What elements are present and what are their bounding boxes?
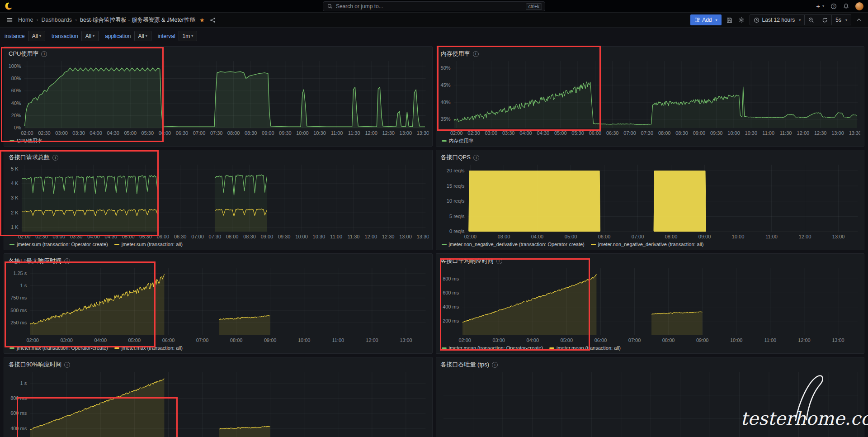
svg-text:35%: 35% <box>440 116 450 122</box>
help-icon[interactable]: ? <box>830 3 837 10</box>
panel-add-icon <box>694 17 700 23</box>
svg-text:45%: 45% <box>440 82 450 88</box>
svg-text:10:30: 10:30 <box>313 130 326 136</box>
info-icon[interactable]: i <box>492 362 498 368</box>
svg-text:100%: 100% <box>9 63 21 69</box>
panel-chart[interactable]: 100%80%60%40%20%0%02:0002:3003:0003:3004… <box>8 58 429 137</box>
svg-text:09:00: 09:00 <box>261 234 274 239</box>
chevron-up-icon[interactable] <box>855 16 863 24</box>
svg-text:06:00: 06:00 <box>162 337 175 343</box>
panel-title[interactable]: 各接口请求总数 <box>9 153 50 162</box>
breadcrumb-item[interactable]: best-综合监控看板 - 服务器资源 & JMeter性能 <box>80 16 195 24</box>
variable-dropdown[interactable]: All▾ <box>28 31 45 41</box>
variable-dropdown[interactable]: All▾ <box>81 31 99 41</box>
panel-header: CPU使用率 i <box>8 49 429 58</box>
breadcrumb-item[interactable]: Dashboards <box>42 17 72 23</box>
svg-text:12:00: 12:00 <box>365 234 377 239</box>
info-icon[interactable]: i <box>41 51 47 57</box>
gear-icon[interactable] <box>737 16 745 24</box>
variable-picker: interval1m▾ <box>158 31 197 41</box>
bell-icon[interactable] <box>843 3 849 9</box>
refresh-button[interactable] <box>818 15 831 25</box>
variable-label[interactable]: instance <box>5 33 25 39</box>
svg-text:12:30: 12:30 <box>382 130 395 136</box>
panel-title[interactable]: 各接口90%响应时间 <box>9 361 61 369</box>
grafana-logo-icon[interactable] <box>5 2 13 10</box>
zoom-out-button[interactable] <box>804 15 818 25</box>
panel-chart[interactable]: 1 s800 ms600 ms400 ms200 ms02:0003:0004:… <box>8 369 429 437</box>
panel-legend: jmeter.max (transaction: Operator-create… <box>8 344 429 352</box>
breadcrumb: Home›Dashboards›best-综合监控看板 - 服务器资源 & JM… <box>18 16 195 24</box>
svg-text:02:30: 02:30 <box>38 130 51 136</box>
variable-label[interactable]: interval <box>158 33 175 39</box>
variable-dropdown[interactable]: 1m▾ <box>179 31 198 41</box>
svg-text:03:30: 03:30 <box>70 234 83 239</box>
svg-text:07:30: 07:30 <box>210 130 223 136</box>
svg-text:800 ms: 800 ms <box>10 395 27 401</box>
legend-item[interactable]: jmeter.max (transaction: all) <box>114 345 183 351</box>
legend-item[interactable]: jmeter.sum (transaction: all) <box>114 242 183 247</box>
share-icon[interactable] <box>209 16 217 24</box>
time-range-picker[interactable]: Last 12 hours▾ <box>750 15 805 25</box>
panel-title[interactable]: 各接口最大响应时间 <box>9 257 61 265</box>
breadcrumb-item[interactable]: Home <box>18 17 33 23</box>
legend-item[interactable]: jmeter.max (transaction: Operator-create… <box>9 345 108 351</box>
svg-text:400 ms: 400 ms <box>10 426 27 431</box>
svg-text:1.25 s: 1.25 s <box>13 271 27 276</box>
legend-item[interactable]: jmeter.non_negative_derivative (transact… <box>591 242 704 247</box>
legend-item[interactable]: 内存使用率 <box>442 138 474 144</box>
panel-title[interactable]: 各接口QPS <box>441 153 471 162</box>
svg-text:10 req/s: 10 req/s <box>446 198 464 204</box>
add-button[interactable]: Add▾ <box>690 14 721 25</box>
info-icon[interactable]: i <box>64 258 70 264</box>
info-icon[interactable]: i <box>64 362 70 368</box>
refresh-interval-picker[interactable]: 5s▾ <box>831 15 851 25</box>
panel-title[interactable]: 各接口吞吐量 (tps) <box>441 361 490 369</box>
save-icon[interactable] <box>726 16 733 24</box>
svg-text:08:00: 08:00 <box>226 234 238 239</box>
panel-chart[interactable] <box>440 369 861 437</box>
panel-title[interactable]: CPU使用率 <box>9 50 38 58</box>
legend-item[interactable]: jmeter.sum (transaction: Operator-create… <box>9 242 108 247</box>
info-icon[interactable]: i <box>473 155 479 161</box>
svg-text:4 K: 4 K <box>11 180 19 186</box>
variable-dropdown[interactable]: All▾ <box>134 31 151 41</box>
new-plus-button[interactable]: +▾ <box>816 3 824 10</box>
legend-item[interactable]: jmeter.mean (transaction: Operator-creat… <box>442 345 543 351</box>
svg-text:05:00: 05:00 <box>124 130 137 136</box>
variable-label[interactable]: application <box>105 33 131 39</box>
svg-text:07:00: 07:00 <box>193 130 206 136</box>
svg-text:400 ms: 400 ms <box>443 304 459 309</box>
legend-swatch <box>9 140 14 142</box>
info-icon[interactable]: i <box>52 155 58 161</box>
legend-item[interactable]: jmeter.non_negative_derivative (transact… <box>442 242 585 247</box>
legend-item[interactable]: jmeter.mean (transaction: all) <box>549 345 621 351</box>
svg-text:11:00: 11:00 <box>330 234 342 239</box>
star-icon[interactable]: ★ <box>199 17 205 24</box>
svg-text:04:00: 04:00 <box>94 337 107 343</box>
svg-text:08:30: 08:30 <box>243 234 256 239</box>
dashboard-panel: 内存使用率 i 50%45%40%35%02:0002:3003:0003:30… <box>436 46 865 147</box>
svg-text:11:00: 11:00 <box>332 337 344 343</box>
panel-title[interactable]: 内存使用率 <box>441 50 470 58</box>
svg-text:05:00: 05:00 <box>560 337 573 343</box>
panel-title[interactable]: 各接口平均响应时间 <box>441 257 494 265</box>
panel-chart[interactable]: 800 ms600 ms400 ms200 ms02:0003:0004:000… <box>440 266 861 344</box>
svg-text:40%: 40% <box>11 100 21 106</box>
svg-text:13:30: 13:30 <box>417 130 429 136</box>
panel-header: 各接口吞吐量 (tps) i <box>440 360 861 369</box>
panel-chart[interactable]: 50%45%40%35%02:0002:3003:0003:3004:0004:… <box>440 58 861 137</box>
keyboard-shortcut: ctrl+k <box>526 3 542 10</box>
svg-text:06:30: 06:30 <box>606 130 618 136</box>
svg-text:12:30: 12:30 <box>814 130 826 136</box>
legend-item[interactable]: CPU使用率 <box>9 138 42 144</box>
panel-chart[interactable]: 20 req/s15 req/s10 req/s5 req/s0 req/s02… <box>440 162 861 241</box>
menu-icon[interactable] <box>5 16 14 24</box>
info-icon[interactable]: i <box>496 258 502 264</box>
search-input[interactable]: Search or jump to... ctrl+k <box>323 1 545 11</box>
variable-label[interactable]: transaction <box>52 33 78 39</box>
panel-chart[interactable]: 5 K4 K3 K2 K1 K02:0002:3003:0003:3004:00… <box>8 162 429 241</box>
panel-chart[interactable]: 1.25 s1 s750 ms500 ms250 ms02:0003:0004:… <box>8 266 429 344</box>
user-avatar[interactable] <box>855 2 863 10</box>
info-icon[interactable]: i <box>473 51 479 57</box>
